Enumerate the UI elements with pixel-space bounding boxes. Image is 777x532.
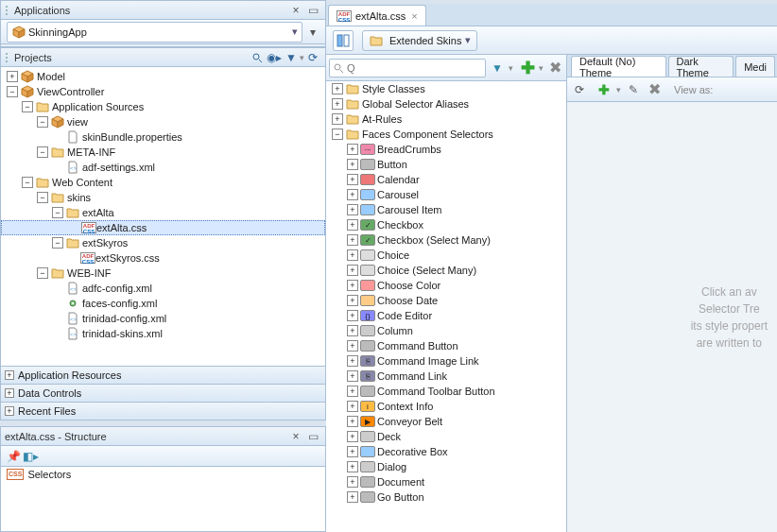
accordion-header[interactable]: +Application Resources [1,366,325,384]
toggle-icon[interactable]: + [7,71,18,82]
selector-search-input[interactable] [329,59,486,77]
structure-view-icon[interactable]: ◧▸ [23,449,38,464]
tree-item[interactable]: +Dialog [326,459,566,474]
tree-item[interactable]: −view [1,114,325,129]
tree-item[interactable]: +At-Rules [326,112,566,127]
refresh-icon[interactable]: ⟳ [305,50,320,65]
theme-tab[interactable]: Dark Theme [668,56,734,77]
accordion-header[interactable]: +Recent Files [1,402,325,420]
toggle-icon[interactable]: + [347,355,358,367]
toggle-icon[interactable]: + [347,219,358,231]
structure-root[interactable]: CSS Selectors [1,467,325,482]
tree-item[interactable]: +Choose Date [326,293,566,308]
minimize-icon[interactable]: ▭ [305,429,320,444]
tree-item[interactable]: −META-INF [1,145,325,160]
tree-item[interactable]: <>adfc-config.xml [1,281,325,296]
add-rule-icon[interactable]: ✚ [596,82,612,97]
tree-item[interactable]: skinBundle.properties [1,129,325,145]
tree-item[interactable]: −Faces Component Selectors [326,127,566,142]
tree-item[interactable]: +{}Code Editor [326,308,566,323]
tree-item[interactable]: +Model [1,69,325,84]
toggle-icon[interactable]: + [332,83,343,94]
toggle-icon[interactable]: − [37,267,48,279]
class-icon[interactable]: ◉▸ [267,50,282,65]
toggle-split-icon[interactable] [333,30,354,51]
add-icon[interactable]: ✚ [520,60,535,76]
toggle-icon[interactable]: + [347,265,358,276]
toggle-icon[interactable]: + [347,280,358,291]
tree-item[interactable]: +Decorative Box [326,444,566,459]
toggle-icon[interactable]: + [347,491,358,503]
tree-item[interactable]: +Deck [326,429,566,444]
toggle-icon[interactable]: + [347,234,358,246]
tree-item[interactable]: −ViewController [1,84,325,99]
tree-item[interactable]: +Style Classes [326,81,566,96]
toggle-icon[interactable]: + [347,174,358,185]
refresh-preview-icon[interactable]: ⟳ [572,82,587,97]
toggle-icon[interactable]: + [347,386,358,397]
expand-icon[interactable]: + [5,406,14,416]
toggle-icon[interactable]: − [22,101,33,112]
toggle-icon[interactable]: − [52,207,63,218]
tree-item[interactable]: −Application Sources [1,99,325,114]
tree-item[interactable]: +Column [326,323,566,338]
accordion-header[interactable]: +Data Controls [1,384,325,402]
toggle-icon[interactable]: − [7,86,18,97]
tree-item[interactable]: +Command Toolbar Button [326,384,566,399]
filter-icon[interactable]: ▼ [284,50,299,65]
tree-item[interactable]: +Command Button [326,338,566,353]
close-icon[interactable]: × [288,3,303,18]
app-menu-icon[interactable]: ▾ [305,25,320,40]
toggle-icon[interactable]: − [332,129,343,140]
toggle-icon[interactable]: + [347,189,358,200]
tree-item[interactable]: −WEB-INF [1,266,325,281]
tree-item[interactable]: −extSkyros [1,235,325,250]
search-icon[interactable] [250,50,265,65]
toggle-icon[interactable]: + [347,159,358,170]
pin-icon[interactable]: 📌 [6,449,21,464]
tree-item[interactable]: −Web Content [1,175,325,190]
tree-item[interactable]: <>trinidad-config.xml [1,311,325,326]
tree-item[interactable]: extAlta.css [1,220,325,235]
toggle-icon[interactable]: + [347,310,358,321]
toggle-icon[interactable]: + [347,295,358,306]
application-dropdown[interactable]: SkinningApp ▾ [7,22,302,43]
toggle-icon[interactable]: + [347,370,358,382]
tree-item[interactable]: +Choice [326,248,566,263]
toggle-icon[interactable]: + [347,144,358,155]
filter-icon[interactable]: ▼ [490,60,505,76]
theme-tab[interactable]: Default (No) Theme [571,56,666,77]
toggle-icon[interactable]: − [22,177,33,188]
toggle-icon[interactable]: − [37,192,48,203]
toggle-icon[interactable]: + [332,98,343,110]
tree-item[interactable]: <>adf-settings.xml [1,160,325,175]
delete-icon[interactable]: ✖ [547,60,562,76]
expand-icon[interactable]: + [5,388,14,398]
toggle-icon[interactable]: − [52,237,63,249]
toggle-icon[interactable]: + [332,113,343,125]
toggle-icon[interactable]: − [37,146,48,158]
tree-item[interactable]: +Button [326,157,566,172]
toggle-icon[interactable]: + [347,431,358,442]
tree-item[interactable]: +Global Selector Aliases [326,96,566,112]
tree-item[interactable]: +Carousel [326,187,566,202]
toggle-icon[interactable]: + [347,416,358,427]
project-tree[interactable]: +Model−ViewController−Application Source… [1,67,325,343]
toggle-icon[interactable]: + [347,249,358,261]
toggle-icon[interactable]: + [347,325,358,336]
tree-item[interactable]: +✓Checkbox [326,217,566,232]
tree-item[interactable]: extSkyros.css [1,250,325,266]
tree-item[interactable]: +Choose Color [326,278,566,293]
toggle-icon[interactable]: + [347,401,358,412]
tree-item[interactable]: +···BreadCrumbs [326,142,566,157]
tree-item[interactable]: −skins [1,190,325,205]
tree-item[interactable]: +✓Checkbox (Select Many) [326,232,566,248]
toggle-icon[interactable]: + [347,204,358,215]
close-icon[interactable]: × [288,429,303,444]
tree-item[interactable]: +Go Button [326,489,566,505]
editor-tab[interactable]: extAlta.css × [328,5,426,26]
toggle-icon[interactable]: + [347,446,358,457]
expand-icon[interactable]: + [5,370,14,380]
tree-item[interactable]: +Carousel Item [326,202,566,217]
toggle-icon[interactable]: + [347,340,358,352]
